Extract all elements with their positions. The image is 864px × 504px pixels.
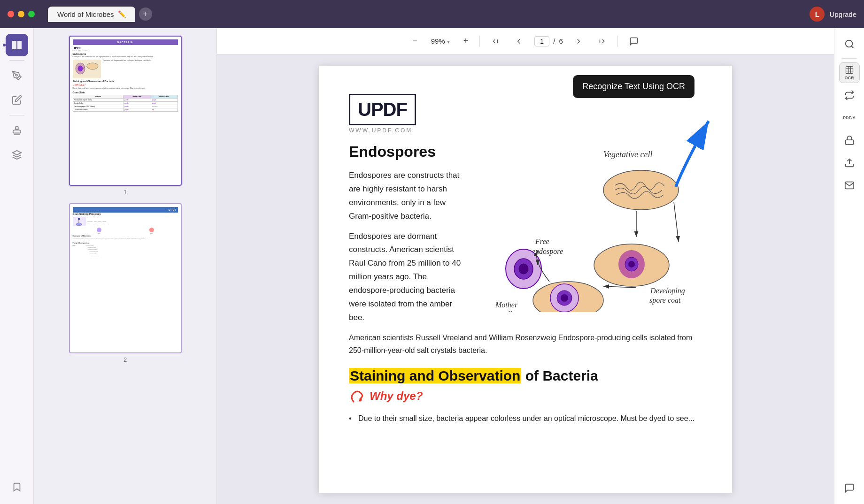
convert-button[interactable] bbox=[839, 85, 860, 106]
svg-text:Developing: Developing bbox=[650, 287, 685, 295]
upgrade-button[interactable]: Upgrade bbox=[829, 10, 856, 18]
protect-button[interactable] bbox=[839, 130, 860, 151]
thumb-page-2-content: UPDF Gram Staining Procedure Crystal vio… bbox=[69, 203, 182, 353]
endospores-text: Endospores Endospores are constructs tha… bbox=[349, 143, 462, 331]
page-total: 6 bbox=[559, 37, 563, 45]
nav-last-button[interactable] bbox=[594, 34, 610, 48]
svg-rect-39 bbox=[846, 67, 853, 74]
thumb-page-2-num: 2 bbox=[123, 356, 127, 363]
svg-point-24 bbox=[628, 261, 635, 267]
close-button[interactable] bbox=[8, 11, 14, 17]
toolbar-divider-2 bbox=[617, 36, 618, 47]
maximize-button[interactable] bbox=[28, 11, 35, 17]
sidebar-separator-1 bbox=[9, 60, 24, 61]
page-input[interactable]: 1 bbox=[534, 36, 549, 46]
thumbnail-page-1[interactable]: BACTERIA UPDF WWW.UPDF.COM Endospores En… bbox=[39, 36, 211, 196]
svg-point-8 bbox=[76, 223, 82, 226]
vegetative-cell-label: Vegetative cell bbox=[603, 150, 652, 159]
comment-button[interactable] bbox=[625, 34, 642, 49]
ocr-button[interactable]: OCR bbox=[839, 62, 860, 83]
thumbnail-panel[interactable]: BACTERIA UPDF WWW.UPDF.COM Endospores En… bbox=[34, 28, 217, 504]
svg-rect-0 bbox=[12, 41, 16, 49]
doc-scroll[interactable]: Recognize Text Using OCR bbox=[217, 54, 834, 504]
updf-logo-area: UPDF WWW.UPDF.COM bbox=[349, 94, 702, 134]
sidebar-item-layers[interactable] bbox=[6, 144, 28, 166]
svg-point-6 bbox=[87, 63, 98, 69]
zoom-level: 99% ▾ bbox=[429, 37, 452, 45]
thumb-endospores-heading: Endospores bbox=[73, 53, 178, 55]
updf-logo-text: UPDF bbox=[358, 99, 407, 120]
sidebar-item-book-view[interactable] bbox=[6, 34, 28, 56]
user-avatar[interactable]: L bbox=[810, 7, 825, 22]
endospores-para2: Endospores are dormant constructs. Ameri… bbox=[349, 230, 462, 325]
why-dye-curl-icon bbox=[349, 388, 366, 405]
endospores-diagram-svg: Vegetative cell Free endospore bbox=[477, 143, 693, 312]
edit-tab-icon[interactable]: ✏️ bbox=[118, 10, 126, 18]
svg-rect-9 bbox=[78, 218, 80, 220]
svg-text:Mother: Mother bbox=[495, 301, 518, 309]
titlebar: World of Microbes ✏️ + L Upgrade bbox=[0, 0, 864, 28]
thumb-updf-logo: UPDF bbox=[73, 46, 178, 50]
sidebar-item-bookmark[interactable] bbox=[6, 476, 28, 498]
minimize-button[interactable] bbox=[18, 11, 24, 17]
svg-marker-3 bbox=[12, 151, 21, 155]
zoom-in-button[interactable]: + bbox=[460, 33, 472, 49]
sidebar-item-pen[interactable] bbox=[6, 64, 28, 87]
nav-first-button[interactable] bbox=[487, 34, 503, 48]
titlebar-right: L Upgrade bbox=[810, 7, 856, 22]
ocr-tooltip: Recognize Text Using OCR bbox=[573, 75, 694, 98]
new-tab-button[interactable]: + bbox=[139, 8, 152, 21]
pdfa-button[interactable]: PDF/A bbox=[839, 107, 860, 128]
endospores-para3: American scientists Russell Vreeland and… bbox=[349, 331, 702, 357]
staining-title-highlight: Staining and Observation bbox=[349, 368, 521, 383]
endospores-section: Endospores Endospores are constructs tha… bbox=[349, 143, 702, 331]
thumb-page-1-content: BACTERIA UPDF WWW.UPDF.COM Endospores En… bbox=[69, 36, 182, 186]
thumb-gram-table: BacteriaColor of Gram+Color of Gram- Pri… bbox=[73, 95, 178, 112]
pdfa-label: PDF/A bbox=[843, 115, 856, 120]
sidebar-item-stamp[interactable] bbox=[6, 119, 28, 142]
toolbar-divider-1 bbox=[479, 36, 480, 47]
updf-url: WWW.UPDF.COM bbox=[349, 127, 702, 134]
nav-next-button[interactable] bbox=[571, 34, 586, 48]
svg-point-13 bbox=[603, 170, 679, 210]
staining-section: Staining and Observation of Bacteria Why… bbox=[349, 368, 702, 425]
svg-text:Free: Free bbox=[535, 237, 549, 245]
right-separator-1 bbox=[842, 58, 857, 59]
share-button[interactable] bbox=[839, 153, 860, 173]
thumbnail-page-2[interactable]: UPDF Gram Staining Procedure Crystal vio… bbox=[39, 203, 211, 363]
page-separator: / bbox=[553, 37, 555, 45]
page-area: − 99% ▾ + 1 bbox=[217, 28, 834, 504]
toolbar: − 99% ▾ + 1 bbox=[217, 28, 834, 54]
svg-point-18 bbox=[519, 264, 528, 274]
tab-title: World of Microbes bbox=[57, 10, 114, 18]
right-panel: OCR PDF/A bbox=[834, 28, 864, 504]
zoom-out-button[interactable]: − bbox=[409, 33, 421, 49]
endospores-para1: Endospores are constructs that are highl… bbox=[349, 169, 462, 223]
search-button[interactable] bbox=[839, 34, 860, 54]
endospores-diagram: Vegetative cell Free endospore bbox=[477, 143, 702, 314]
chat-button[interactable] bbox=[839, 478, 860, 498]
traffic-lights bbox=[8, 11, 35, 17]
svg-point-2 bbox=[15, 74, 17, 76]
svg-point-37 bbox=[845, 40, 852, 47]
svg-line-38 bbox=[851, 46, 853, 48]
sidebar-item-annotation[interactable] bbox=[6, 89, 28, 111]
svg-point-5 bbox=[78, 66, 83, 71]
svg-point-32 bbox=[561, 294, 568, 302]
toolbar-center: − 99% ▾ + 1 bbox=[409, 33, 642, 49]
active-tab[interactable]: World of Microbes ✏️ bbox=[48, 7, 135, 22]
endospores-title: Endospores bbox=[349, 143, 462, 160]
tab-area: World of Microbes ✏️ + bbox=[48, 7, 152, 22]
bacteria-bullet-1: Due to their small size, bacteria appear… bbox=[349, 412, 702, 425]
thumb-page-1-num: 1 bbox=[123, 189, 127, 196]
svg-rect-1 bbox=[17, 41, 22, 49]
svg-text:spore coat: spore coat bbox=[649, 296, 681, 305]
doc-page: Recognize Text Using OCR bbox=[319, 66, 732, 493]
svg-line-35 bbox=[674, 202, 679, 242]
email-button[interactable] bbox=[839, 175, 860, 196]
staining-title-rest: of Bacteria bbox=[521, 368, 598, 383]
svg-rect-44 bbox=[845, 140, 853, 145]
page-nav: 1 / 6 bbox=[534, 36, 563, 46]
nav-prev-button[interactable] bbox=[511, 34, 527, 48]
why-dye: Why dye? bbox=[349, 388, 702, 405]
